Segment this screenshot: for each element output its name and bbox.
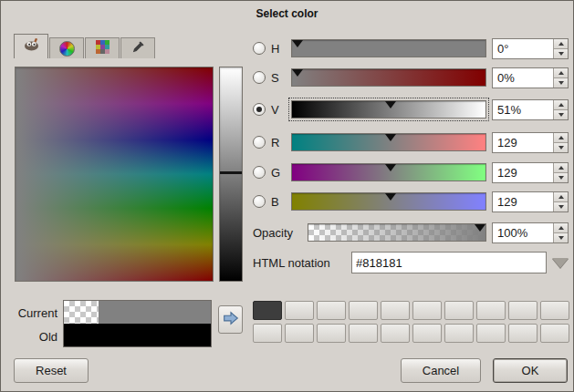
tab-palette[interactable] — [85, 37, 120, 58]
channel-label-b: B — [271, 195, 286, 209]
spin-up-button[interactable] — [554, 100, 568, 109]
spin-up-button[interactable] — [554, 192, 568, 201]
value-slider[interactable] — [291, 100, 486, 119]
current-swatch[interactable] — [64, 301, 211, 324]
chevron-down-icon[interactable] — [552, 258, 569, 268]
opacity-row: Opacity 100% — [253, 222, 569, 243]
slider-marker[interactable] — [292, 69, 303, 77]
palette-cell[interactable] — [381, 301, 410, 320]
radio-g[interactable] — [253, 166, 266, 179]
slider-marker[interactable] — [385, 164, 396, 171]
palette-cell[interactable] — [317, 301, 346, 320]
value-strip-marker[interactable] — [220, 171, 242, 174]
add-to-palette-button[interactable] — [218, 305, 243, 334]
hue-slider[interactable] — [291, 39, 486, 57]
palette-cell[interactable] — [508, 324, 537, 343]
slider-marker[interactable] — [385, 193, 396, 201]
palette-cell[interactable] — [285, 324, 314, 343]
tab-gimp-selector[interactable] — [14, 34, 48, 58]
value-value[interactable]: 51% — [493, 100, 553, 119]
slider-marker[interactable] — [385, 134, 396, 141]
value-strip[interactable] — [219, 67, 243, 282]
palette-cell[interactable] — [349, 324, 378, 343]
current-label: Current — [1, 306, 57, 320]
hue-value[interactable]: 0° — [493, 39, 553, 58]
tab-eyedropper[interactable] — [120, 37, 155, 58]
palette-cell[interactable] — [540, 301, 569, 320]
red-slider[interactable] — [291, 133, 486, 151]
channel-label-s: S — [271, 71, 286, 85]
html-notation-label: HTML notation — [253, 256, 346, 270]
palette-cell[interactable] — [412, 301, 442, 320]
green-spinbox: 129 — [492, 162, 569, 183]
opacity-slider[interactable] — [308, 223, 486, 242]
spin-up-button[interactable] — [554, 133, 568, 142]
alpha-checker — [64, 301, 99, 324]
spin-down-button[interactable] — [554, 109, 568, 119]
spin-up-button[interactable] — [554, 39, 568, 48]
dialog-title: Select color — [1, 7, 573, 20]
spin-down-button[interactable] — [554, 77, 568, 88]
spin-up-button[interactable] — [554, 163, 568, 172]
radio-s[interactable] — [253, 71, 266, 84]
saturation-slider[interactable] — [291, 68, 486, 87]
channel-row-v: V 51% — [253, 98, 569, 120]
channel-row-b: B 129 — [253, 191, 569, 212]
channel-row-g: G 129 — [253, 161, 569, 183]
channel-label-r: R — [271, 136, 286, 150]
palette-cell[interactable] — [412, 324, 442, 343]
channel-row-r: R 129 — [253, 131, 569, 153]
html-notation-row: HTML notation — [253, 252, 569, 273]
old-swatch[interactable] — [64, 324, 211, 346]
spin-down-button[interactable] — [554, 142, 568, 152]
blue-slider[interactable] — [291, 192, 486, 211]
palette-cell[interactable] — [476, 324, 506, 343]
spin-up-button[interactable] — [554, 223, 568, 232]
saturation-value[interactable]: 0% — [493, 68, 553, 88]
palette-grid — [253, 301, 569, 343]
color-wheel-icon — [59, 41, 75, 57]
palette-cell[interactable] — [349, 301, 378, 320]
green-value[interactable]: 129 — [493, 163, 553, 182]
cancel-button[interactable]: Cancel — [401, 358, 481, 383]
palette-cell[interactable] — [317, 324, 346, 343]
channel-row-s: S 0% — [253, 67, 569, 88]
slider-marker[interactable] — [385, 101, 396, 108]
hue-spinbox: 0° — [492, 38, 569, 59]
tab-color-wheel[interactable] — [49, 37, 84, 58]
palette-cell[interactable] — [444, 324, 474, 343]
radio-v[interactable] — [253, 103, 266, 116]
palette-cell[interactable] — [285, 301, 314, 320]
green-slider[interactable] — [291, 163, 486, 181]
palette-cell[interactable] — [444, 301, 474, 320]
opacity-value[interactable]: 100% — [493, 223, 553, 242]
red-value[interactable]: 129 — [493, 133, 553, 152]
red-spinbox: 129 — [492, 132, 569, 153]
radio-r[interactable] — [253, 136, 266, 149]
gimp-wilber-icon — [24, 38, 39, 55]
palette-cell[interactable] — [253, 301, 282, 320]
ok-button[interactable]: OK — [493, 358, 568, 383]
palette-cell[interactable] — [253, 324, 282, 343]
radio-h[interactable] — [253, 42, 266, 55]
spin-down-button[interactable] — [554, 232, 568, 242]
spin-down-button[interactable] — [554, 172, 568, 182]
blue-value[interactable]: 129 — [493, 192, 553, 211]
color-square[interactable] — [15, 67, 214, 282]
opacity-gradient — [308, 224, 485, 241]
slider-marker[interactable] — [475, 224, 485, 232]
reset-button[interactable]: Reset — [14, 358, 89, 383]
opacity-label: Opacity — [253, 226, 308, 240]
palette-cell[interactable] — [540, 324, 569, 343]
channel-row-h: H 0° — [253, 37, 569, 59]
spin-down-button[interactable] — [554, 48, 568, 58]
palette-cell[interactable] — [381, 324, 410, 343]
radio-b[interactable] — [253, 195, 266, 208]
palette-cell[interactable] — [476, 301, 506, 320]
slider-marker[interactable] — [292, 40, 303, 47]
html-notation-input[interactable] — [351, 252, 547, 273]
opacity-spinbox: 100% — [492, 222, 569, 243]
palette-cell[interactable] — [508, 301, 537, 320]
spin-up-button[interactable] — [554, 68, 568, 77]
spin-down-button[interactable] — [554, 201, 568, 211]
